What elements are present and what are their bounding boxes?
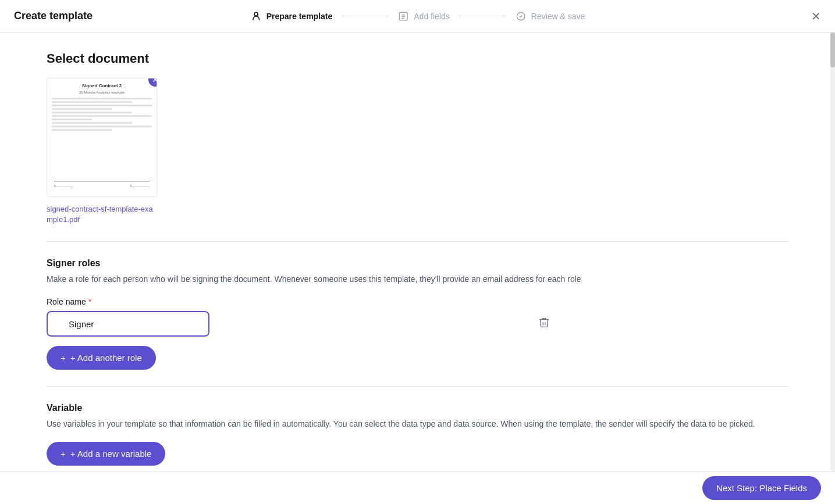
doc-line-6 <box>52 115 152 117</box>
trash-icon <box>538 316 550 329</box>
doc-line-7 <box>52 119 92 120</box>
step-connector-1 <box>342 16 388 16</box>
role-input-wrapper <box>47 311 209 337</box>
role-label: Role name * <box>47 297 788 306</box>
step-add-fields-label: Add fields <box>414 12 449 21</box>
sig-label-right: x___________ <box>130 184 150 187</box>
scrollbar-track[interactable] <box>830 33 835 471</box>
variable-divider <box>47 386 788 387</box>
signer-roles-title: Signer roles <box>47 258 788 269</box>
document-filename: signed-contract-sf-template-example1.pdf <box>47 204 157 225</box>
role-label-text: Role name <box>47 297 86 306</box>
svg-point-0 <box>254 12 258 16</box>
doc-line-10 <box>52 129 112 131</box>
delete-role-button[interactable] <box>535 314 553 334</box>
document-container: ✕ Signed Contract 2 20 Months Analytics … <box>47 78 157 197</box>
signer-roles-desc-text: Make a role for each person who will be … <box>47 274 581 284</box>
doc-line-8 <box>52 122 132 124</box>
footer: Next Step: Place Fields <box>0 471 835 504</box>
next-step-label: Next Step: Place Fields <box>716 483 807 493</box>
document-inner-subtitle: 20 Months Analytics example <box>52 91 152 94</box>
main-content: Select document ✕ Signed Contract 2 20 M… <box>0 33 835 471</box>
page-title: Create template <box>14 10 93 22</box>
role-name-input[interactable] <box>47 311 209 337</box>
add-variable-label: + Add a new variable <box>70 449 152 459</box>
step-add-fields: Add fields <box>397 10 449 22</box>
role-row <box>47 311 788 337</box>
variable-title: Variable <box>47 403 788 413</box>
prepare-icon <box>250 10 262 22</box>
role-required-marker: * <box>88 297 91 306</box>
close-icon: ✕ <box>811 10 821 23</box>
add-role-icon: + <box>61 353 66 363</box>
add-another-role-button[interactable]: + + Add another role <box>47 346 156 370</box>
step-connector-2 <box>459 16 506 16</box>
add-variable-icon: + <box>61 449 66 459</box>
header: Create template Prepare template <box>0 0 835 33</box>
section-divider <box>47 241 788 242</box>
variable-description: Use variables in your template so that i… <box>47 418 788 430</box>
step-prepare-label: Prepare template <box>267 12 333 21</box>
next-step-button[interactable]: Next Step: Place Fields <box>702 476 821 500</box>
doc-line-5 <box>52 112 132 113</box>
signature-area: x___________ x___________ <box>54 181 150 187</box>
fields-icon <box>397 10 409 22</box>
stepper: Prepare template Add fields <box>250 10 585 22</box>
add-role-label: + Add another role <box>70 353 142 363</box>
signer-roles-description: Make a role for each person who will be … <box>47 273 788 285</box>
doc-line-4 <box>52 108 112 110</box>
step-prepare: Prepare template <box>250 10 333 22</box>
step-review-label: Review & save <box>531 12 585 21</box>
sig-label-left: x___________ <box>54 184 73 187</box>
doc-line-3 <box>52 105 152 106</box>
doc-line-9 <box>52 126 152 127</box>
review-icon <box>515 10 527 22</box>
document-inner-title: Signed Contract 2 <box>52 83 152 88</box>
doc-line-1 <box>52 98 152 99</box>
document-preview: ✕ Signed Contract 2 20 Months Analytics … <box>47 78 157 197</box>
doc-line-2 <box>52 101 132 103</box>
select-document-title: Select document <box>47 51 788 66</box>
role-field-container: Role name * <box>47 297 788 337</box>
add-variable-button[interactable]: + + Add a new variable <box>47 442 165 466</box>
close-button[interactable]: ✕ <box>811 10 821 22</box>
step-review: Review & save <box>515 10 585 22</box>
scrollbar-thumb[interactable] <box>830 33 835 67</box>
